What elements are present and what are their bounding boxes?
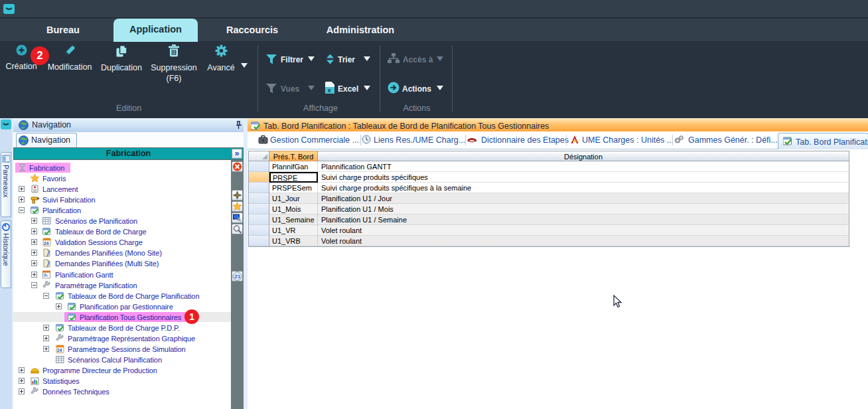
svg-text:24: 24: [57, 348, 62, 353]
svg-text:24: 24: [44, 241, 49, 246]
svg-text:x: x: [328, 86, 332, 94]
svg-text:Z1: Z1: [234, 274, 241, 280]
